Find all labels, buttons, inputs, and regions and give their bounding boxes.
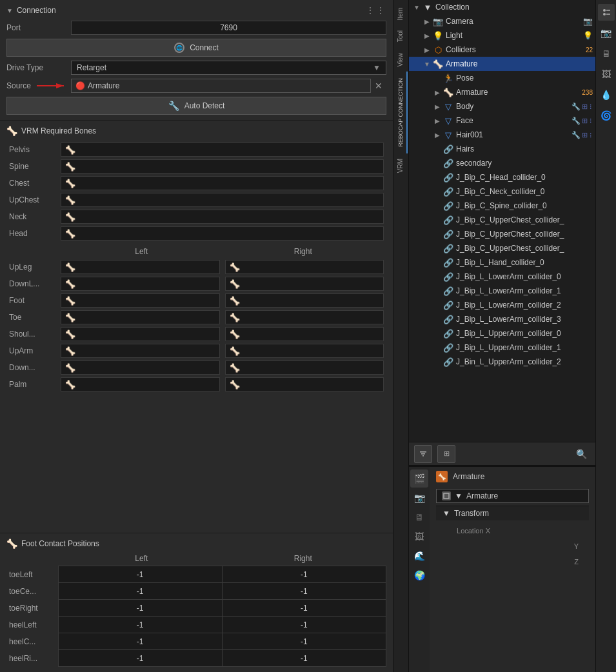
outliner-item-collection[interactable]: ▼ ▼ Collection bbox=[409, 0, 595, 14]
foot-row-heelc: heelC... -1 -1 bbox=[6, 633, 386, 650]
left-bone-field[interactable]: 🦴 bbox=[61, 277, 220, 291]
particles-btn[interactable]: 💧 bbox=[598, 86, 615, 103]
foot-right-value[interactable]: -1 bbox=[222, 633, 386, 650]
outliner-item-j-bip-c-upperchest-collider-[interactable]: 🔗 J_Bip_C_UpperChest_collider_ bbox=[409, 213, 595, 227]
transform-header[interactable]: ▼ Transform bbox=[436, 506, 589, 520]
outliner-item-light[interactable]: ▶ 💡 Light 💡 bbox=[409, 28, 595, 43]
outliner-item-j-bip-l-lowerarm-collider-0[interactable]: 🔗 J_Bip_L_LowerArm_collider_0 bbox=[409, 270, 595, 284]
outliner-item-armature[interactable]: ▼ 🦴 Armature bbox=[409, 57, 595, 71]
outliner-item-face[interactable]: ▶ ▽ Face 🔧 ⊞ ⫶ bbox=[409, 114, 595, 128]
outliner-filter-btn[interactable] bbox=[414, 445, 432, 463]
right-bone-field[interactable]: 🦴 bbox=[225, 310, 384, 324]
outliner-item-j-bip-l-upperarm-collider-0[interactable]: 🔗 J_Bip_L_UpperArm_collider_0 bbox=[409, 326, 595, 341]
outliner-item-colliders[interactable]: ▶ ⬡ Colliders 22 bbox=[409, 43, 595, 57]
render-props-btn[interactable]: 📷 bbox=[598, 25, 615, 41]
bone-field[interactable]: 🦴 bbox=[61, 176, 384, 190]
foot-contact-table: toeLeft -1 -1 toeCe... -1 -1 toeRight -1… bbox=[6, 566, 386, 667]
right-bone-field[interactable]: 🦴 bbox=[225, 377, 384, 391]
outliner-item-pose[interactable]: 🏃 Pose bbox=[409, 71, 595, 85]
props-tab-world[interactable]: 🌍 bbox=[410, 566, 428, 584]
outliner-item-secondary[interactable]: 🔗 secondary bbox=[409, 156, 595, 170]
foot-right-value[interactable]: -1 bbox=[222, 566, 386, 583]
lr-bone-row-foot: Foot 🦴 🦴 bbox=[6, 292, 386, 309]
left-bone-field[interactable]: 🦴 bbox=[61, 361, 220, 375]
lr-bone-label: Down... bbox=[6, 359, 58, 376]
side-tab-vrm[interactable]: VRM bbox=[394, 153, 408, 178]
foot-left-value[interactable]: -1 bbox=[58, 633, 222, 650]
right-bone-field[interactable]: 🦴 bbox=[225, 260, 384, 274]
right-bone-field[interactable]: 🦴 bbox=[225, 277, 384, 291]
right-bone-field[interactable]: 🦴 bbox=[225, 327, 384, 341]
scene-props-btn[interactable] bbox=[598, 4, 615, 21]
item-type-icon: 🔗 bbox=[442, 343, 454, 353]
right-bone-field[interactable]: 🦴 bbox=[225, 344, 384, 358]
side-tab-item[interactable]: Item bbox=[394, 3, 408, 25]
bone-btn-icon: 🦴 bbox=[65, 145, 75, 155]
outliner-item-hair001[interactable]: ▶ ▽ Hair001 🔧 ⊞ ⫶ bbox=[409, 128, 595, 142]
port-input[interactable] bbox=[71, 21, 386, 35]
outliner-item-j-bip-c-upperchest-collider-[interactable]: 🔗 J_Bip_C_UpperChest_collider_ bbox=[409, 241, 595, 255]
side-tab-rebocap[interactable]: REBOCAP CONNECTION bbox=[395, 72, 408, 153]
outliner-item-j-bip-c-head-collider-0[interactable]: 🔗 J_Bip_C_Head_collider_0 bbox=[409, 170, 595, 184]
outliner-item-j-bip-l-lowerarm-collider-2[interactable]: 🔗 J_Bip_L_LowerArm_collider_2 bbox=[409, 298, 595, 312]
bone-row-spine: Spine 🦴 bbox=[6, 158, 386, 175]
lr-bones-table: UpLeg 🦴 🦴 DownL... 🦴 🦴 Foot 🦴 bbox=[6, 259, 386, 393]
bone-label: Head bbox=[6, 225, 58, 242]
props-tab-scene2[interactable]: 🌊 bbox=[410, 547, 428, 565]
connection-collapse-arrow[interactable]: ▼ bbox=[6, 7, 13, 14]
bone-field[interactable]: 🦴 bbox=[61, 143, 384, 157]
left-bone-field[interactable]: 🦴 bbox=[61, 293, 220, 308]
outliner-item-j-bip-l-lowerarm-collider-3[interactable]: 🔗 J_Bip_L_LowerArm_collider_3 bbox=[409, 312, 595, 326]
outliner-item-j-bip-c-spine-collider-0[interactable]: 🔗 J_Bip_C_Spine_collider_0 bbox=[409, 199, 595, 213]
foot-left-value[interactable]: -1 bbox=[58, 566, 222, 583]
drive-type-dropdown[interactable]: Retarget ▼ bbox=[71, 61, 386, 75]
foot-left-value[interactable]: -1 bbox=[58, 583, 222, 600]
props-tab-view-layer[interactable]: 🖼 bbox=[410, 528, 428, 546]
outliner-item-j-bip-l-hand-collider-0[interactable]: 🔗 J_Bip_L_Hand_collider_0 bbox=[409, 255, 595, 270]
foot-right-value[interactable]: -1 bbox=[222, 600, 386, 617]
view-layer-btn[interactable]: 🖼 bbox=[598, 66, 615, 83]
outliner-search-btn[interactable]: 🔍 bbox=[572, 445, 590, 463]
side-tab-tool[interactable]: Tool bbox=[394, 25, 408, 47]
props-tab-render[interactable]: 📷 bbox=[410, 489, 428, 507]
outliner-item-armature[interactable]: ▶ 🦴 Armature 238 bbox=[409, 85, 595, 99]
output-props-btn[interactable]: 🖥 bbox=[598, 45, 615, 62]
auto-detect-button[interactable]: 🔧 Auto Detect bbox=[6, 97, 386, 115]
foot-left-value[interactable]: -1 bbox=[58, 650, 222, 667]
outliner-item-body[interactable]: ▶ ▽ Body 🔧 ⊞ ⫶ bbox=[409, 99, 595, 114]
foot-left-value[interactable]: -1 bbox=[58, 600, 222, 617]
props-tab-scene[interactable]: 🎬 bbox=[410, 469, 428, 488]
right-bone-field[interactable]: 🦴 bbox=[225, 293, 384, 308]
outliner-item-j-bip-l-lowerarm-collider-1[interactable]: 🔗 J_Bip_L_LowerArm_collider_1 bbox=[409, 284, 595, 298]
outliner-item-camera[interactable]: ▶ 📷 Camera 📷 bbox=[409, 14, 595, 28]
item-type-icon: 💡 bbox=[432, 31, 444, 41]
outliner-display-btn[interactable]: ⊞ bbox=[437, 445, 455, 463]
bone-field[interactable]: 🦴 bbox=[61, 210, 384, 224]
left-bone-field[interactable]: 🦴 bbox=[61, 344, 220, 358]
outliner-item-j-bip-c-upperchest-collider-[interactable]: 🔗 J_Bip_C_UpperChest_collider_ bbox=[409, 227, 595, 241]
foot-right-value[interactable]: -1 bbox=[222, 583, 386, 600]
outliner-item-j-bip-l-upperarm-collider-1[interactable]: 🔗 J_Bip_L_UpperArm_collider_1 bbox=[409, 341, 595, 355]
outliner-item-hairs[interactable]: 🔗 Hairs bbox=[409, 142, 595, 156]
physics-btn[interactable]: 🌀 bbox=[598, 107, 615, 124]
left-bone-field[interactable]: 🦴 bbox=[61, 327, 220, 341]
foot-left-value[interactable]: -1 bbox=[58, 617, 222, 633]
source-clear-button[interactable]: ✕ bbox=[371, 79, 386, 92]
right-bone-field[interactable]: 🦴 bbox=[225, 361, 384, 375]
left-bone-field[interactable]: 🦴 bbox=[61, 260, 220, 274]
bone-field[interactable]: 🦴 bbox=[61, 159, 384, 173]
connect-button[interactable]: 🌐 Connect bbox=[6, 39, 386, 57]
side-tab-view[interactable]: View bbox=[394, 48, 408, 72]
props-tab-output[interactable]: 🖥 bbox=[410, 508, 428, 526]
left-bone-field[interactable]: 🦴 bbox=[61, 377, 220, 391]
connection-menu-dots[interactable]: ⋮⋮ bbox=[366, 5, 386, 15]
bone-field[interactable]: 🦴 bbox=[61, 226, 384, 241]
outliner-item-j-bip-c-neck-collider-0[interactable]: 🔗 J_Bip_C_Neck_collider_0 bbox=[409, 184, 595, 199]
foot-right-value[interactable]: -1 bbox=[222, 650, 386, 667]
left-bone-field[interactable]: 🦴 bbox=[61, 310, 220, 324]
bone-field[interactable]: 🦴 bbox=[61, 193, 384, 207]
foot-right-value[interactable]: -1 bbox=[222, 617, 386, 633]
bone-l-icon: 🦴 bbox=[65, 296, 75, 306]
data-name-dropdown[interactable]: ▼ Armature bbox=[436, 489, 589, 503]
outliner-item-j-bin-l-upperarm-collider-2[interactable]: 🔗 J_Bin_L_UpperArm_collider_2 bbox=[409, 355, 595, 369]
